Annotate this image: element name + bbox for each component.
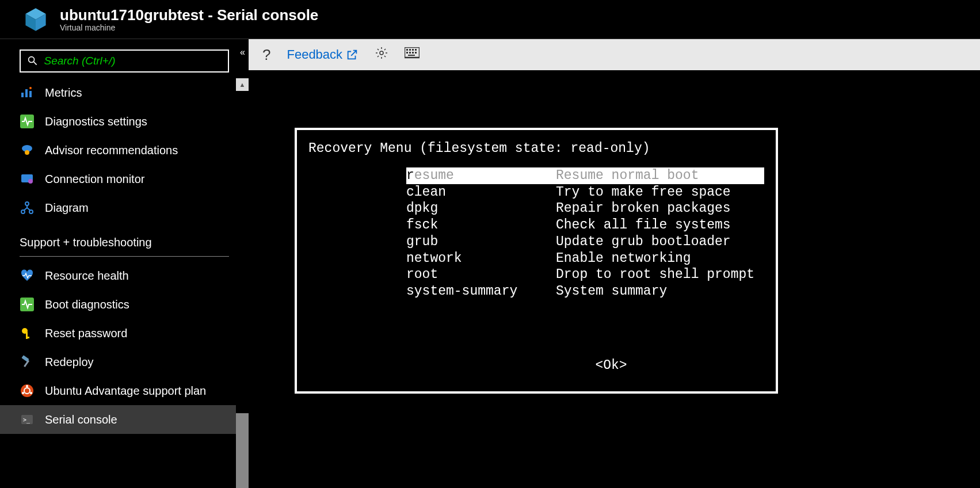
keyboard-button[interactable] — [405, 47, 420, 62]
recovery-menu-item[interactable]: grubUpdate grub bootloader — [406, 234, 764, 250]
pulse-icon — [20, 114, 35, 129]
sidebar-item-label: Ubuntu Advantage support plan — [45, 384, 206, 398]
sidebar-item-reset-password[interactable]: Reset password — [0, 319, 249, 348]
svg-rect-33 — [409, 49, 411, 51]
gear-icon — [375, 46, 388, 60]
section-support-troubleshooting: Support + troubleshooting — [0, 222, 249, 254]
help-button[interactable]: ? — [262, 46, 270, 64]
metrics-icon — [20, 85, 35, 100]
svg-rect-5 — [21, 93, 24, 97]
sidebar-item-label: Advisor recommendations — [45, 144, 178, 157]
sidebar-item-metrics[interactable]: Metrics — [0, 78, 249, 107]
svg-point-30 — [380, 51, 383, 55]
recovery-menu-title: Recovery Menu (filesystem state: read-on… — [308, 140, 764, 157]
hammer-icon — [20, 354, 35, 369]
heart-icon — [20, 268, 35, 283]
svg-rect-6 — [25, 89, 28, 97]
svg-point-3 — [29, 57, 35, 63]
recovery-menu-item[interactable]: cleanTry to make free space — [406, 184, 764, 201]
console-area[interactable]: Recovery Menu (filesystem state: read-on… — [249, 70, 980, 488]
svg-point-13 — [28, 179, 33, 184]
search-icon — [28, 56, 37, 66]
sidebar-item-boot-diagnostics[interactable]: Boot diagnostics — [0, 290, 249, 319]
pulse-icon — [20, 297, 35, 312]
settings-button[interactable] — [375, 46, 388, 63]
ok-button[interactable]: <Ok> — [308, 357, 764, 374]
sidebar-item-label: Reset password — [45, 327, 127, 340]
svg-point-14 — [25, 202, 29, 205]
feedback-label: Feedback — [287, 47, 342, 62]
svg-rect-38 — [412, 52, 414, 54]
sidebar-scrollbar[interactable]: ▲ — [236, 78, 249, 488]
svg-point-27 — [22, 392, 24, 394]
vm-cube-icon — [23, 7, 48, 32]
sidebar-item-advisor[interactable]: Advisor recommendations — [0, 136, 249, 165]
sidebar-item-diagnostics-settings[interactable]: Diagnostics settings — [0, 107, 249, 136]
recovery-menu-item[interactable]: fsckCheck all file systems — [406, 217, 764, 234]
resource-type: Virtual machine — [60, 23, 318, 32]
recovery-menu-item[interactable]: resumeResume normal boot — [406, 167, 764, 184]
svg-rect-39 — [415, 52, 417, 54]
sidebar-item-label: Boot diagnostics — [45, 298, 129, 311]
sidebar-item-diagram[interactable]: Diagram — [0, 193, 249, 222]
svg-point-26 — [30, 392, 32, 394]
svg-rect-7 — [29, 91, 32, 97]
collapse-sidebar-button[interactable]: « — [240, 47, 245, 58]
terminal-icon: >_ — [20, 412, 35, 427]
recovery-menu-item[interactable]: rootDrop to root shell prompt — [406, 266, 764, 283]
toolbar: ? Feedback — [249, 39, 980, 70]
ubuntu-icon — [20, 383, 35, 398]
sidebar: « Metrics D — [0, 39, 249, 488]
scroll-thumb[interactable] — [236, 413, 249, 488]
key-icon — [20, 326, 35, 341]
sidebar-item-label: Serial console — [45, 413, 117, 426]
svg-line-4 — [34, 62, 37, 65]
recovery-menu-box: Recovery Menu (filesystem state: read-on… — [295, 128, 778, 394]
header: ubuntu1710grubtest - Serial console Virt… — [0, 0, 980, 39]
monitor-icon — [20, 171, 35, 186]
recovery-menu-list[interactable]: resumeResume normal bootcleanTry to make… — [406, 167, 764, 300]
sidebar-item-label: Redeploy — [45, 356, 94, 369]
search-input[interactable] — [44, 55, 221, 67]
recovery-menu-item[interactable]: dpkgRepair broken packages — [406, 200, 764, 217]
divider — [20, 256, 229, 257]
sidebar-item-label: Diagram — [45, 201, 89, 215]
diagram-icon — [20, 200, 35, 215]
svg-rect-34 — [412, 49, 414, 51]
sidebar-item-label: Diagnostics settings — [45, 115, 147, 128]
svg-point-11 — [25, 150, 29, 155]
sidebar-item-resource-health[interactable]: Resource health — [0, 261, 249, 290]
recovery-menu-item[interactable]: networkEnable networking — [406, 250, 764, 267]
scroll-up-arrow-icon[interactable]: ▲ — [236, 78, 249, 91]
svg-point-8 — [29, 87, 32, 89]
sidebar-item-connection-monitor[interactable]: Connection monitor — [0, 165, 249, 193]
sidebar-item-ubuntu-advantage[interactable]: Ubuntu Advantage support plan — [0, 376, 249, 405]
svg-rect-37 — [409, 52, 411, 54]
svg-rect-35 — [415, 49, 417, 51]
svg-rect-40 — [408, 55, 415, 56]
sidebar-item-serial-console[interactable]: >_ Serial console — [0, 405, 249, 434]
cloud-bulb-icon — [20, 143, 35, 158]
content: ? Feedback Recovery Menu (filesystem sta… — [249, 39, 980, 488]
svg-rect-20 — [26, 337, 29, 338]
recovery-menu-item[interactable]: system-summarySystem summary — [406, 283, 764, 300]
svg-rect-36 — [406, 52, 408, 54]
nav-list: Metrics Diagnostics settings Advisor rec… — [0, 78, 249, 488]
sidebar-item-label: Resource health — [45, 269, 129, 283]
sidebar-item-redeploy[interactable]: Redeploy — [0, 348, 249, 376]
sidebar-item-label: Connection monitor — [45, 173, 144, 186]
search-box[interactable] — [20, 49, 229, 73]
external-link-icon — [346, 48, 359, 61]
page-title: ubuntu1710grubtest - Serial console — [60, 6, 318, 24]
svg-rect-32 — [406, 49, 408, 51]
feedback-link[interactable]: Feedback — [287, 47, 359, 62]
svg-text:>_: >_ — [23, 417, 30, 424]
sidebar-item-label: Metrics — [45, 86, 82, 100]
svg-point-25 — [26, 385, 28, 387]
keyboard-icon — [405, 47, 420, 59]
